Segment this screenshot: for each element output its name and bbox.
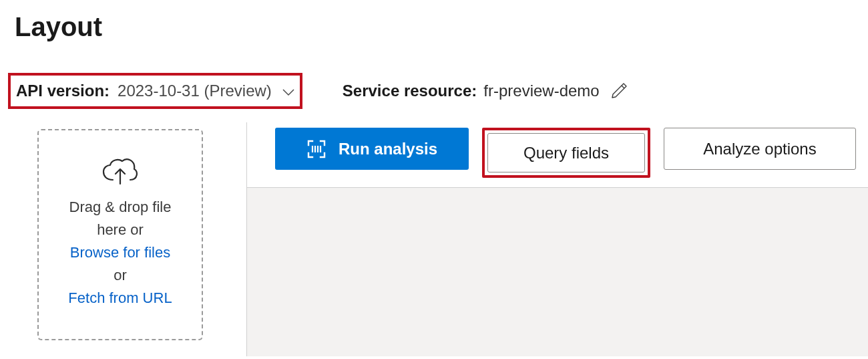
analyze-options-label: Analyze options (703, 140, 816, 158)
pencil-icon[interactable] (610, 82, 628, 100)
fetch-url-link[interactable]: Fetch from URL (68, 289, 172, 306)
service-resource-value: fr-preview-demo (483, 82, 599, 100)
right-panel: Run analysis Query fields Analyze option… (247, 122, 868, 356)
dropzone-or: or (114, 267, 127, 283)
file-input-panel: Drag & drop file here or Browse for file… (0, 122, 247, 356)
cloud-upload-icon (101, 157, 140, 187)
query-fields-button[interactable]: Query fields (487, 133, 645, 172)
query-fields-label: Query fields (523, 144, 609, 162)
api-version-dropdown[interactable]: API version: 2023-10-31 (Preview) (8, 73, 302, 109)
api-version-value[interactable]: 2023-10-31 (Preview) (118, 82, 272, 100)
query-fields-highlight: Query fields (482, 128, 650, 178)
file-dropzone[interactable]: Drag & drop file here or Browse for file… (37, 129, 203, 340)
run-analysis-button[interactable]: Run analysis (275, 128, 469, 170)
document-canvas (247, 188, 868, 356)
scan-icon (306, 139, 327, 159)
api-version-label: API version: (16, 82, 110, 100)
action-bar: Run analysis Query fields Analyze option… (247, 122, 868, 188)
page-title: Layout (0, 0, 868, 42)
run-analysis-label: Run analysis (339, 140, 437, 158)
analyze-options-button[interactable]: Analyze options (664, 128, 856, 170)
dropzone-text-line1: Drag & drop file (69, 199, 172, 215)
config-bar: API version: 2023-10-31 (Preview) Servic… (0, 73, 868, 109)
browse-files-link[interactable]: Browse for files (70, 244, 170, 261)
service-resource-group: Service resource: fr-preview-demo (343, 82, 628, 100)
dropzone-text-line2: here or (97, 221, 144, 238)
service-resource-label: Service resource: (343, 82, 477, 100)
chevron-down-icon[interactable] (282, 87, 294, 95)
